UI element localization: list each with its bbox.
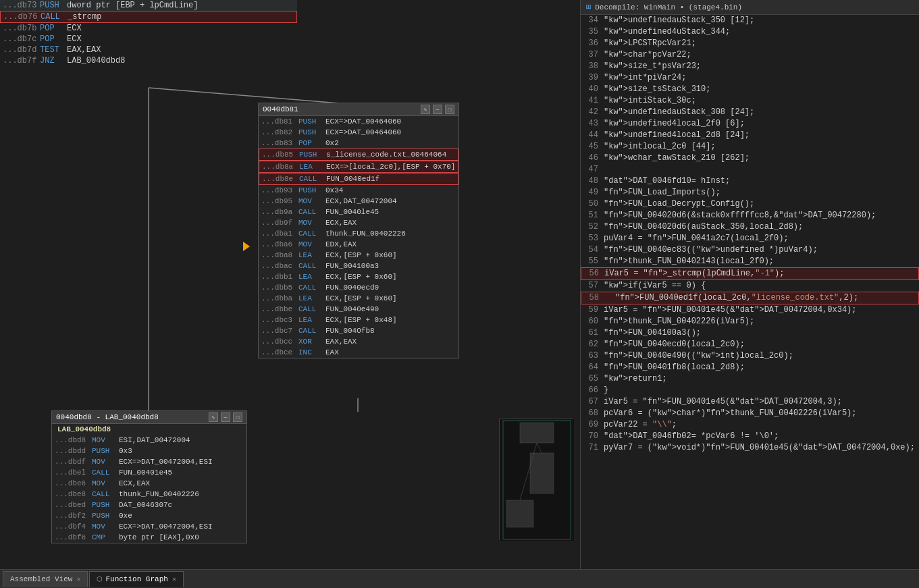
asm-block-1-icons[interactable]: ✎ ─ □ [421,105,454,114]
line-number: 66 [583,385,604,396]
asm-line: ...db7fJNZLAB_0040dbd8 [0,55,297,66]
line-number: 60 [583,316,604,327]
code-line: 44"kw">undefined4 local_2d8 [24]; [581,130,919,141]
code-content: "dat">DAT_0046fd10 [604,176,691,187]
asm-line: ...dbddPUSH0x3 [52,446,246,456]
line-number: 34 [583,15,604,26]
tab-function-graph-label: Function Graph [105,575,167,583]
asm-line: ...dbdfMOVECX=>DAT_00472004,ESI [52,456,246,467]
code-line: 56iVar5 = "fn">_strcmp(lpCmdLine,"-1"); [581,267,919,280]
code-line: 43"kw">undefined4 local_2f0 [6]; [581,118,919,130]
code-content: } [604,385,608,396]
code-content: pyVar7 = ("kw">void [604,442,696,454]
asm-line: ...dbf6CMPbyte ptr [EAX],0x0 [52,532,246,543]
code-content: "kw">undefined [604,15,672,26]
maximize-icon-2[interactable]: □ [233,412,242,422]
code-content: "kw">undefined4 [604,26,677,38]
asm-line: ...db9aCALLFUN_0040le45 [259,207,458,217]
code-content: "kw">wchar_t [604,153,662,164]
tab-assembled-view[interactable]: Assembled View ✕ [3,571,88,587]
code-content: "kw">undefined [604,107,672,118]
line-number: 42 [583,107,604,118]
code-content: "kw">LPCSTR [604,38,657,49]
content-area: ...db73PUSHdword ptr [EBP + lpCmdLine]..… [0,0,919,569]
decompiler-icon: ⊞ [586,2,591,12]
asm-line: ...dbacCALLFUN_004100a3 [259,261,458,271]
asm-line: ...db85PUSHs_license_code.txt_00464064 [259,149,458,161]
asm-line: LAB_0040dbd8 [52,424,246,435]
asm-line: ...db9fMOVECX,EAX [259,217,458,228]
graph-tab-icon: ⬡ [97,575,103,583]
asm-block-1-header: 0040db81 ✎ ─ □ [259,103,458,116]
tab-function-graph-close[interactable]: ✕ [172,575,176,583]
line-number: 50 [583,198,604,210]
maximize-icon[interactable]: □ [445,105,454,114]
asm-line: ...dbedPUSHDAT_0046307c [52,500,246,510]
line-number: 63 [583,350,604,362]
asm-block-1-title: 0040db81 [263,105,298,113]
code-line: 57"kw">if (iVar5 == 0) { [581,280,919,292]
asm-line: ...dbceINCEAX [259,347,458,358]
line-number: 70 [583,431,604,442]
asm-line: ...dbelCALLFUN_00401e45 [52,467,246,478]
minimize-icon-2[interactable]: ─ [221,412,230,422]
code-line: 34"kw">undefined auStack_350 [12]; [581,15,919,26]
line-number: 68 [583,408,604,419]
svg-rect-8 [530,453,554,493]
code-line: 55"fn">thunk_FUN_00402143(local_2f0); [581,256,919,267]
code-content: "fn">FUN_0040ec83 [604,244,686,256]
code-content: "kw">if [604,280,637,292]
code-line: 39"kw">int *piVar24; [581,72,919,84]
asm-block-1: 0040db81 ✎ ─ □ ...db81PUSHECX=>DAT_00464… [258,103,459,358]
asm-line: ...db7cPOPECX [0,34,297,45]
line-number: 58 [584,292,604,304]
code-line: 37"kw">char *pcVar22; [581,49,919,61]
asm-block-2-icons[interactable]: ✎ ─ □ [209,412,242,422]
svg-rect-9 [506,500,533,527]
code-content: iVar5 = "fn">FUN_00401e45 [604,304,725,316]
line-number: 44 [583,130,604,141]
minimize-icon[interactable]: ─ [433,105,442,114]
asm-block-2-title: 0040dbd8 - LAB_0040dbd8 [56,413,159,421]
code-content: "fn">thunk_FUN_00402226 [604,316,716,327]
main-container: ...db73PUSHdword ptr [EBP + lpCmdLine]..… [0,0,919,588]
tab-function-graph[interactable]: ⬡ Function Graph ✕ [89,571,183,587]
code-line: 69pcVar22 = "\\"; [581,419,919,431]
code-content: "kw">char [604,49,648,61]
code-content: "fn">FUN_Load_Imports [604,187,706,198]
tab-assembled-view-close[interactable]: ✕ [76,575,80,583]
code-line: 51"fn">FUN_004020d6(&stack0xfffffcc8,&"d… [581,210,919,221]
code-content: puVar4 = "fn">FUN_0041a2c7 [604,233,730,244]
svg-rect-7 [520,423,554,443]
asm-line: ...db76CALL_strcmp [0,11,297,23]
minimap[interactable] [499,419,573,540]
line-number: 43 [583,118,604,130]
line-number: 48 [583,176,604,187]
decompiler-title: Decompile: WinMain • (stage4.bin) [595,3,742,11]
asm-line: ...db7dTESTEAX,EAX [0,45,297,55]
code-line: 48"dat">DAT_0046fd10 = hInst; [581,176,919,187]
pencil-icon-2[interactable]: ✎ [209,412,218,422]
line-number: 64 [583,362,604,373]
code-line: 45"kw">int local_2c0 [44]; [581,141,919,153]
line-number: 59 [583,304,604,316]
code-line: 68pcVar6 = ("kw">char *)"fn">thunk_FUN_0… [581,408,919,419]
code-content: "fn">FUN_00401fb8 [604,362,686,373]
line-number: 69 [583,419,604,431]
line-number: 36 [583,38,604,49]
asm-line: ...dbb1LEAECX,[ESP + 0x60] [259,271,458,282]
line-number: 61 [583,327,604,339]
code-line: 65 "kw">return 1; [581,373,919,385]
code-line: 41"kw">int iStack_30c; [581,95,919,107]
line-number: 46 [583,153,604,164]
code-line: 36"kw">LPCSTR pcVar21; [581,38,919,49]
asm-block-2: 0040dbd8 - LAB_0040dbd8 ✎ ─ □ LAB_0040db… [51,410,247,543]
pencil-icon[interactable]: ✎ [421,105,430,114]
line-number: 71 [583,442,604,454]
code-line: 63 "fn">FUN_0040e490(("kw">int)local_2c0… [581,350,919,362]
code-content: "fn">FUN_004020d6 [604,221,686,233]
code-line: 59 iVar5 = "fn">FUN_00401e45(&"dat">DAT_… [581,304,919,316]
line-number: 37 [583,49,604,61]
asm-line: ...dbccXOREAX,EAX [259,336,458,347]
code-content: pcVar6 = ("kw">char [604,408,696,419]
